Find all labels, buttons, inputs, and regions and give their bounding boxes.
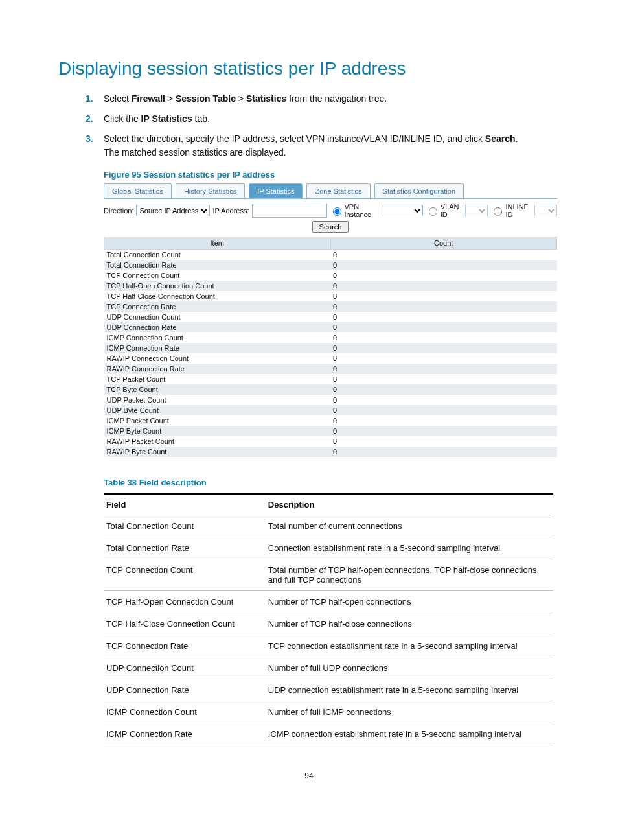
page-title: Displaying session statistics per IP add… [58, 58, 560, 79]
field-cell: TCP Connection Rate [104, 635, 266, 657]
vlan-radio[interactable]: VLAN ID [426, 203, 463, 218]
page-number: 94 [58, 771, 560, 780]
vpn-label: VPN Instance [345, 203, 381, 218]
item-cell: RAWIP Connection Count [104, 353, 331, 364]
description-cell: Number of TCP half-close connections [266, 613, 553, 635]
tab-statistics-configuration[interactable]: Statistics Configuration [374, 183, 464, 198]
steps-list: 1.Select Firewall > Session Table > Stat… [104, 92, 560, 159]
count-cell: 0 [330, 312, 557, 322]
table-row: UDP Connection CountNumber of full UDP c… [104, 657, 553, 679]
col-count: Count [330, 237, 557, 250]
item-cell: TCP Connection Count [104, 270, 331, 281]
vlan-select[interactable] [465, 205, 488, 216]
table-row: UDP Packet Count0 [104, 395, 557, 405]
ip-input[interactable] [252, 204, 327, 218]
field-cell: TCP Connection Count [104, 559, 266, 591]
ip-label: IP Address: [212, 207, 249, 215]
tab-global-statistics[interactable]: Global Statistics [104, 183, 172, 198]
vpn-select[interactable] [383, 205, 422, 216]
count-cell: 0 [330, 405, 557, 415]
item-cell: UDP Connection Rate [104, 322, 331, 332]
table-row: ICMP Byte Count0 [104, 426, 557, 436]
count-cell: 0 [330, 395, 557, 405]
field-cell: Total Connection Count [104, 515, 266, 537]
vpn-radio[interactable]: VPN Instance [330, 203, 381, 218]
item-cell: TCP Half-Close Connection Count [104, 291, 331, 301]
count-cell: 0 [330, 291, 557, 301]
description-cell: Connection establishment rate in a 5-sec… [266, 537, 553, 559]
col-field: Field [104, 494, 266, 515]
item-cell: RAWIP Byte Count [104, 447, 331, 457]
table-row: TCP Byte Count0 [104, 384, 557, 395]
count-cell: 0 [330, 353, 557, 364]
item-cell: UDP Packet Count [104, 395, 331, 405]
description-cell: Total number of current connections [266, 515, 553, 537]
table-row: RAWIP Packet Count0 [104, 436, 557, 447]
field-cell: TCP Half-Close Connection Count [104, 613, 266, 635]
table-row: TCP Half-Open Connection CountNumber of … [104, 591, 553, 613]
stats-table: Item Count Total Connection Count0Total … [104, 237, 557, 457]
table-row: TCP Connection RateTCP connection establ… [104, 635, 553, 657]
step-number: 2. [86, 112, 104, 126]
count-cell: 0 [330, 301, 557, 312]
step-text: Select the direction, specify the IP add… [104, 132, 560, 159]
tabs-bar: Global StatisticsHistory StatisticsIP St… [104, 183, 557, 199]
count-cell: 0 [330, 374, 557, 384]
table-row: RAWIP Byte Count0 [104, 447, 557, 457]
count-cell: 0 [330, 322, 557, 332]
item-cell: TCP Connection Rate [104, 301, 331, 312]
item-cell: ICMP Connection Count [104, 332, 331, 343]
field-cell: ICMP Connection Count [104, 701, 266, 723]
search-button[interactable]: Search [312, 221, 349, 233]
col-item: Item [104, 237, 331, 250]
count-cell: 0 [330, 436, 557, 447]
table-row: Total Connection Count0 [104, 250, 557, 261]
count-cell: 0 [330, 281, 557, 291]
item-cell: ICMP Byte Count [104, 426, 331, 436]
table-row: ICMP Connection RateICMP connection esta… [104, 723, 553, 745]
tab-history-statistics[interactable]: History Statistics [176, 183, 245, 198]
table-row: UDP Connection Rate0 [104, 322, 557, 332]
tab-ip-statistics[interactable]: IP Statistics [249, 183, 303, 198]
table-row: TCP Half-Open Connection Count0 [104, 281, 557, 291]
step-item: 3.Select the direction, specify the IP a… [104, 132, 560, 159]
item-cell: Total Connection Rate [104, 260, 331, 270]
count-cell: 0 [330, 250, 557, 261]
vlan-label: VLAN ID [441, 203, 463, 218]
item-cell: ICMP Connection Rate [104, 343, 331, 353]
field-cell: Total Connection Rate [104, 537, 266, 559]
description-cell: Number of full UDP connections [266, 657, 553, 679]
direction-label: Direction: [104, 207, 133, 215]
count-cell: 0 [330, 384, 557, 395]
direction-select[interactable]: Source IP Address [136, 205, 210, 216]
table-row: RAWIP Connection Count0 [104, 353, 557, 364]
count-cell: 0 [330, 343, 557, 353]
description-cell: Number of TCP half-open connections [266, 591, 553, 613]
col-description: Description [266, 494, 553, 515]
inline-select[interactable] [534, 205, 557, 216]
table-row: ICMP Connection Rate0 [104, 343, 557, 353]
field-description-table: Field Description Total Connection Count… [104, 493, 553, 745]
item-cell: RAWIP Packet Count [104, 436, 331, 447]
count-cell: 0 [330, 332, 557, 343]
tab-zone-statistics[interactable]: Zone Statistics [306, 183, 370, 198]
table-row: Total Connection RateConnection establis… [104, 537, 553, 559]
item-cell: TCP Packet Count [104, 374, 331, 384]
table-row: TCP Connection Count0 [104, 270, 557, 281]
table-row: UDP Byte Count0 [104, 405, 557, 415]
step-item: 2.Click the IP Statistics tab. [104, 112, 560, 126]
count-cell: 0 [330, 415, 557, 426]
table-row: TCP Connection Rate0 [104, 301, 557, 312]
step-item: 1.Select Firewall > Session Table > Stat… [104, 92, 560, 106]
step-number: 3. [86, 132, 104, 159]
item-cell: Total Connection Count [104, 250, 331, 261]
table-row: TCP Half-Close Connection CountNumber of… [104, 613, 553, 635]
table-row: Total Connection Rate0 [104, 260, 557, 270]
inline-radio[interactable]: INLINE ID [490, 203, 531, 218]
item-cell: UDP Byte Count [104, 405, 331, 415]
count-cell: 0 [330, 270, 557, 281]
inline-label: INLINE ID [505, 203, 531, 218]
table-row: RAWIP Connection Rate0 [104, 364, 557, 374]
filter-bar: Direction: Source IP Address IP Address:… [104, 199, 557, 221]
item-cell: TCP Half-Open Connection Count [104, 281, 331, 291]
